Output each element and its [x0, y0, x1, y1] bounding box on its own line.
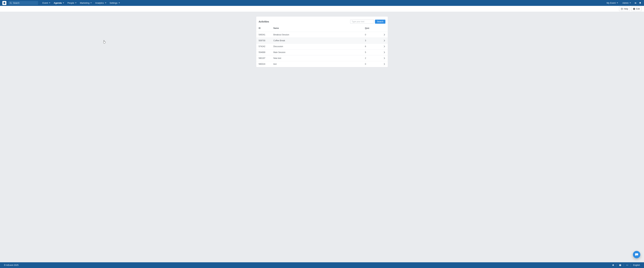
- nav-item-people[interactable]: People: [66, 0, 78, 6]
- nav-item-marketing[interactable]: Marketing: [78, 0, 94, 6]
- nav-item-settings[interactable]: Settings: [108, 0, 122, 6]
- activities-title: Activities: [258, 20, 269, 23]
- chevron-right-icon: [383, 46, 385, 47]
- nav-items: Event Agenda People Marketing Analytics …: [41, 0, 122, 6]
- announcements-icon[interactable]: [634, 2, 637, 4]
- row-arrow: [381, 32, 388, 38]
- table-row[interactable]: 574242 Discussion 6: [256, 44, 388, 50]
- nav-item-label: Marketing: [80, 2, 90, 4]
- logo[interactable]: [2, 1, 6, 5]
- cell-id: 574242: [256, 44, 271, 50]
- search-icon: [10, 2, 12, 4]
- chevron-down-icon: [49, 2, 50, 4]
- table-row[interactable]: 549341 Breakout Session 0: [256, 32, 388, 38]
- table-row[interactable]: 509700 Coffee Break 3: [256, 38, 388, 44]
- column-name: Name: [271, 25, 362, 32]
- activities-table: ID Name Quiz 549341 Breakout Session 0 5…: [256, 25, 388, 67]
- cell-name: New test: [271, 55, 362, 61]
- admin-dropdown[interactable]: Admin: [621, 0, 632, 6]
- cell-name: Breakout Session: [271, 32, 362, 38]
- cell-quiz: 5: [362, 50, 381, 55]
- row-arrow: [381, 44, 388, 50]
- cell-name: Coffee Break: [271, 38, 362, 44]
- activities-card-header: Activities Search: [256, 16, 388, 25]
- logo-mark: [3, 2, 6, 4]
- nav-item-agenda[interactable]: Agenda: [52, 0, 66, 6]
- chat-icon: [635, 253, 638, 256]
- chevron-right-icon: [383, 63, 385, 65]
- chevron-down-icon: [630, 2, 631, 4]
- nav-item-event[interactable]: Event: [41, 0, 52, 6]
- my-event-dropdown[interactable]: My Event: [605, 0, 619, 6]
- column-arrow: [381, 25, 388, 32]
- activities-header-row: ID Name Quiz: [256, 25, 388, 32]
- language-switcher[interactable]: English: [633, 264, 640, 266]
- chevron-right-icon: [383, 40, 385, 42]
- svg-line-1: [11, 3, 12, 4]
- column-id: ID: [256, 25, 271, 32]
- nav-right: My Event Admin: [605, 0, 642, 6]
- table-row[interactable]: 554669 Main Session 5: [256, 50, 388, 55]
- nav-item-label: Analytics: [95, 2, 104, 4]
- cell-id: 549341: [256, 32, 271, 38]
- home-icon[interactable]: [612, 264, 614, 266]
- chevron-down-icon: [118, 2, 120, 4]
- column-quiz: Quiz: [362, 25, 381, 32]
- cell-quiz: 0: [362, 32, 381, 38]
- chevron-right-icon: [383, 34, 385, 36]
- code-icon[interactable]: [626, 264, 628, 266]
- admin-label: Admin: [622, 2, 628, 4]
- nav-item-label: Settings: [110, 2, 118, 4]
- cell-id: 580197: [256, 55, 271, 61]
- global-search-wrap: [8, 1, 38, 5]
- chevron-down-icon: [63, 2, 64, 4]
- activities-search-button[interactable]: Search: [375, 20, 386, 24]
- edit-label: Edit: [636, 8, 640, 10]
- sub-toolbar: Help Edit: [0, 6, 644, 12]
- nav-item-label: Agenda: [54, 2, 62, 4]
- cell-id: 554669: [256, 50, 271, 55]
- chevron-down-icon: [75, 2, 76, 4]
- edit-button[interactable]: Edit: [631, 7, 642, 11]
- activities-search-input[interactable]: [350, 20, 374, 24]
- svg-point-0: [10, 2, 12, 4]
- cell-quiz: 0: [362, 61, 381, 67]
- my-event-label: My Event: [606, 2, 616, 4]
- row-arrow: [381, 38, 388, 44]
- activities-card: Activities Search ID Name Quiz 549341 Br…: [256, 16, 388, 67]
- help-label: Help: [624, 8, 628, 10]
- cell-name: Discussion: [271, 44, 362, 50]
- table-row[interactable]: 580197 New test 2: [256, 55, 388, 61]
- chevron-down-icon: [105, 2, 106, 4]
- cell-quiz: 6: [362, 44, 381, 50]
- top-nav: Event Agenda People Marketing Analytics …: [0, 0, 644, 6]
- chat-launcher[interactable]: [633, 251, 640, 258]
- help-icon[interactable]: [619, 264, 621, 266]
- cell-id: 580024: [256, 61, 271, 67]
- notifications-icon[interactable]: [639, 2, 642, 4]
- footer: ® InEvent 2025 English: [0, 262, 644, 268]
- table-row[interactable]: 580024 test 0: [256, 61, 388, 67]
- global-search-input[interactable]: [8, 1, 38, 5]
- cell-id: 509700: [256, 38, 271, 44]
- row-arrow: [381, 61, 388, 67]
- cell-name: test: [271, 61, 362, 67]
- nav-item-label: Event: [42, 2, 48, 4]
- help-button[interactable]: Help: [619, 7, 630, 11]
- cell-quiz: 3: [362, 38, 381, 44]
- main-content: Activities Search ID Name Quiz 549341 Br…: [0, 12, 644, 262]
- chevron-right-icon: [383, 51, 385, 53]
- row-arrow: [381, 55, 388, 61]
- chevron-down-icon: [90, 2, 92, 4]
- footer-copyright: ® InEvent 2025: [4, 264, 18, 266]
- nav-item-analytics[interactable]: Analytics: [94, 0, 108, 6]
- cell-name: Main Session: [271, 50, 362, 55]
- chevron-down-icon: [617, 2, 618, 4]
- help-icon: [621, 8, 623, 10]
- row-arrow: [381, 50, 388, 55]
- nav-item-label: People: [68, 2, 74, 4]
- gear-icon: [633, 8, 635, 10]
- cell-quiz: 2: [362, 55, 381, 61]
- chevron-right-icon: [383, 57, 385, 59]
- activities-search-group: Search: [350, 20, 386, 24]
